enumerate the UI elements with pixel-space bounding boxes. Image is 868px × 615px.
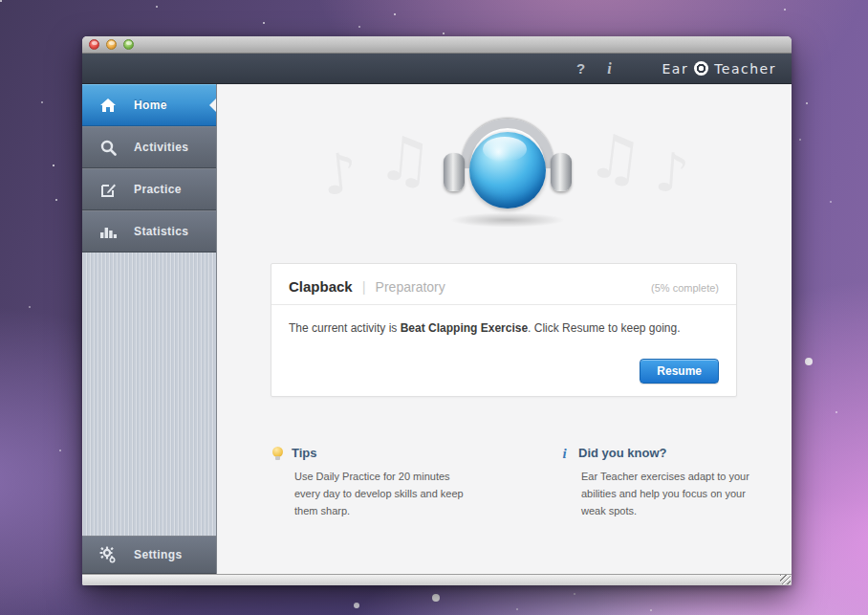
progress-label: (5% complete)	[651, 282, 719, 294]
music-note-icon: ♪	[319, 140, 361, 208]
sidebar: Home Activities	[82, 84, 217, 574]
music-note-icon: ♪	[653, 141, 691, 205]
logo-text-ear: Ear	[662, 61, 689, 77]
app-window: ? i Ear Teacher Home	[82, 36, 792, 585]
search-icon	[82, 140, 134, 156]
edit-icon	[82, 182, 134, 198]
logo-shadow	[448, 212, 567, 228]
blue-sphere	[469, 132, 546, 209]
sidebar-item-label: Settings	[134, 548, 183, 561]
tips-heading: Tips	[292, 446, 317, 460]
info-icon[interactable]: i	[596, 60, 624, 77]
close-button[interactable]	[89, 39, 99, 50]
activity-description: The current activity is Beat Clapping Ex…	[271, 305, 736, 335]
lightbulb-icon	[272, 447, 283, 460]
ear-cup-left	[444, 153, 465, 191]
active-item-arrow	[209, 99, 216, 112]
zoom-button[interactable]	[123, 39, 134, 50]
logo-circle-icon	[694, 61, 708, 76]
activity-title: Clapback	[289, 278, 353, 295]
headphones-logo	[441, 115, 575, 239]
minimize-button[interactable]	[106, 39, 117, 50]
sidebar-item-label: Statistics	[134, 225, 188, 238]
current-activity-name: Beat Clapping Exercise	[401, 321, 528, 335]
activity-subtitle: Preparatory	[376, 279, 445, 295]
bar-chart-icon	[82, 224, 134, 239]
logo-text-teacher: Teacher	[714, 61, 776, 77]
sidebar-item-settings[interactable]: Settings	[82, 536, 216, 574]
help-icon[interactable]: ?	[567, 60, 596, 77]
description-suffix: . Click Resume to keep going.	[528, 321, 680, 335]
resume-button[interactable]: Resume	[640, 359, 719, 384]
tips-section: Tips Use Daily Practice for 20 minutes e…	[272, 446, 473, 519]
window-titlebar	[82, 36, 792, 54]
sidebar-item-statistics[interactable]: Statistics	[82, 210, 216, 253]
gear-icon	[82, 546, 134, 564]
sidebar-item-home[interactable]: Home	[82, 84, 216, 126]
sidebar-item-label: Practice	[134, 183, 182, 196]
sidebar-item-label: Activities	[134, 141, 188, 154]
sidebar-spacer	[82, 253, 216, 536]
activity-card: Clapback | Preparatory (5% complete) The…	[271, 263, 737, 397]
sidebar-item-label: Home	[134, 99, 167, 112]
did-you-know-heading: Did you know?	[578, 446, 666, 460]
did-you-know-body: Ear Teacher exercises adapt to your abil…	[581, 468, 751, 519]
app-header: ? i Ear Teacher	[82, 54, 792, 84]
ear-cup-right	[551, 153, 572, 191]
app-logo: Ear Teacher	[662, 61, 777, 77]
sidebar-item-practice[interactable]: Practice	[82, 168, 216, 210]
title-separator: |	[362, 278, 366, 295]
tips-body: Use Daily Practice for 20 minutes every …	[294, 468, 465, 519]
home-icon	[82, 98, 134, 113]
main-content: ♪ ♫ ♫ ♪ Clapback | Preparatory (5% compl…	[217, 84, 792, 574]
status-bar	[82, 574, 792, 585]
did-you-know-section: i Did you know? Ear Teacher exercises ad…	[559, 446, 760, 519]
music-note-icon: ♫	[375, 122, 436, 198]
music-note-icon: ♫	[584, 120, 647, 196]
resize-grip[interactable]	[780, 575, 791, 584]
info-i-icon: i	[559, 447, 570, 460]
activity-card-header: Clapback | Preparatory (5% complete)	[271, 264, 736, 305]
sidebar-item-activities[interactable]: Activities	[82, 126, 216, 168]
description-prefix: The current activity is	[289, 321, 401, 335]
